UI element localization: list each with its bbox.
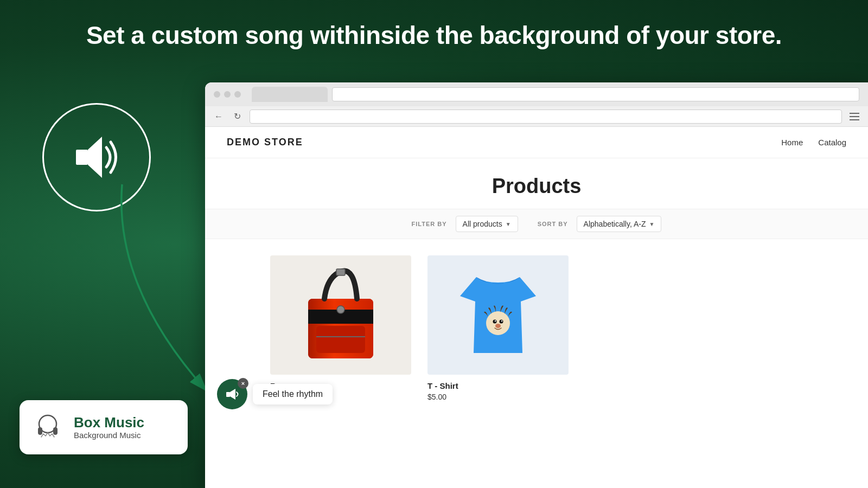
box-music-card: Box Music Background Music bbox=[20, 400, 188, 454]
svg-point-14 bbox=[493, 320, 497, 324]
svg-rect-0 bbox=[76, 150, 88, 165]
box-music-subtitle: Background Music bbox=[74, 431, 144, 440]
window-controls bbox=[214, 91, 241, 98]
browser-window: ← ↻ DEMO STORE Home Catalog Products FIL… bbox=[205, 82, 868, 488]
sort-by-label: SORT BY bbox=[538, 221, 568, 227]
tshirt-product-image bbox=[427, 255, 569, 375]
box-music-text: Box Music Background Music bbox=[74, 415, 144, 440]
store-logo: DEMO STORE bbox=[227, 137, 303, 148]
svg-marker-20 bbox=[230, 389, 235, 400]
svg-rect-4 bbox=[38, 427, 42, 435]
box-music-title: Box Music bbox=[74, 415, 144, 431]
svg-point-15 bbox=[500, 320, 503, 324]
sort-by-value: Alphabetically, A-Z bbox=[584, 220, 646, 228]
minimize-dot bbox=[224, 91, 231, 98]
url-input-bar[interactable] bbox=[332, 87, 859, 101]
box-music-logo-icon bbox=[30, 410, 65, 445]
filter-by-label: FILTER BY bbox=[412, 221, 447, 227]
play-button[interactable]: × bbox=[217, 379, 247, 409]
svg-rect-9 bbox=[336, 269, 345, 275]
sort-by-select[interactable]: Alphabetically, A-Z ▼ bbox=[577, 216, 662, 232]
tshirt-price: $5.00 bbox=[427, 393, 569, 401]
headline: Set a custom song withinside the backgro… bbox=[0, 21, 868, 50]
browser-titlebar bbox=[205, 82, 868, 106]
nav-catalog[interactable]: Catalog bbox=[818, 138, 846, 147]
song-label: Feel the rhythm bbox=[253, 384, 333, 404]
music-player-widget[interactable]: × Feel the rhythm bbox=[217, 379, 333, 409]
sort-by-chevron: ▼ bbox=[649, 221, 654, 227]
svg-rect-5 bbox=[53, 427, 58, 435]
bag-svg bbox=[292, 261, 390, 369]
svg-rect-19 bbox=[226, 392, 230, 397]
filter-by-value: All products bbox=[463, 220, 502, 228]
maximize-dot bbox=[234, 91, 241, 98]
browser-toolbar: ← ↻ bbox=[205, 106, 868, 127]
browser-url-bar bbox=[252, 87, 859, 102]
speaker-circle bbox=[42, 103, 151, 211]
reload-button[interactable]: ↻ bbox=[231, 111, 243, 123]
svg-rect-10 bbox=[316, 326, 365, 353]
svg-point-18 bbox=[495, 324, 501, 328]
bag-product-image bbox=[270, 255, 411, 375]
svg-point-17 bbox=[501, 320, 502, 322]
address-bar[interactable] bbox=[250, 110, 842, 124]
tshirt-name: T - Shirt bbox=[427, 381, 569, 390]
filter-bar: FILTER BY All products ▼ SORT BY Alphabe… bbox=[205, 209, 868, 239]
store-header: DEMO STORE Home Catalog bbox=[205, 127, 868, 158]
volume-icon bbox=[225, 387, 240, 402]
tshirt-svg bbox=[449, 261, 547, 369]
close-player-button[interactable]: × bbox=[238, 378, 248, 389]
products-title: Products bbox=[205, 158, 868, 209]
svg-point-12 bbox=[337, 306, 344, 313]
browser-tab[interactable] bbox=[252, 87, 328, 102]
svg-marker-1 bbox=[88, 137, 102, 178]
menu-line-2 bbox=[850, 116, 859, 117]
filter-by-select[interactable]: All products ▼ bbox=[456, 216, 518, 232]
nav-home[interactable]: Home bbox=[781, 138, 803, 147]
back-button[interactable]: ← bbox=[213, 111, 225, 123]
product-card-tshirt[interactable]: T - Shirt $5.00 bbox=[427, 255, 569, 401]
store-nav: Home Catalog bbox=[781, 138, 846, 147]
menu-line-1 bbox=[850, 113, 859, 114]
close-dot bbox=[214, 91, 220, 98]
store-content: DEMO STORE Home Catalog Products FILTER … bbox=[205, 127, 868, 488]
speaker-icon bbox=[69, 130, 124, 184]
menu-button[interactable] bbox=[848, 111, 860, 123]
svg-point-16 bbox=[495, 320, 496, 322]
svg-point-13 bbox=[486, 311, 510, 335]
menu-line-3 bbox=[850, 119, 859, 120]
filter-by-chevron: ▼ bbox=[506, 221, 511, 227]
